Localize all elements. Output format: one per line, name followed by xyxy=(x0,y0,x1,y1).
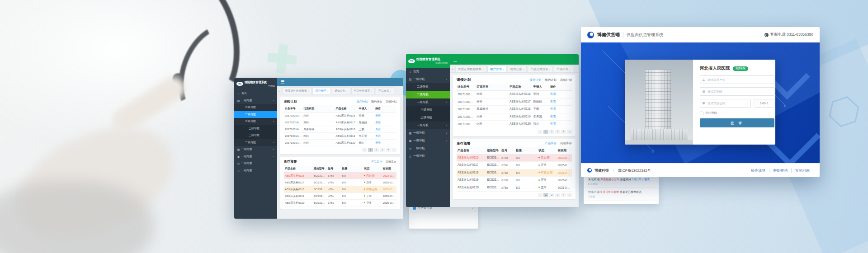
sidebar-item[interactable]: 二级导航 ∨ xyxy=(406,122,450,129)
column-header: 批号 xyxy=(500,147,515,155)
sidebar-item[interactable]: ▤ 一级导航 ∧ xyxy=(406,75,450,83)
sidebar-item[interactable]: 二级导航 xyxy=(406,91,450,98)
tab-bar: « 资质证件效期预警 用户管理 xyxy=(450,65,579,73)
page-button[interactable]: 4 xyxy=(386,148,391,152)
sidebar-item[interactable]: 二级导航 ∧ xyxy=(234,118,277,125)
stock-type-link[interactable]: 产品库存 xyxy=(545,141,557,145)
page-button[interactable]: › xyxy=(392,148,396,152)
page-button[interactable]: 3 xyxy=(555,193,560,197)
page-button[interactable]: 1 xyxy=(543,130,548,134)
tab[interactable]: 通知公告 xyxy=(332,87,350,94)
view-link[interactable]: 查看 xyxy=(549,113,572,121)
menu-toggle-icon[interactable] xyxy=(453,58,457,61)
sidebar-item[interactable]: ◎ 一级导航 xyxy=(406,145,450,152)
username-field[interactable] xyxy=(700,75,774,84)
collapse-tabs-icon[interactable]: « xyxy=(452,68,453,71)
plan-type-link[interactable]: 领用计划 xyxy=(529,78,541,82)
app-subtitle: 管理端 xyxy=(245,84,275,87)
table-row: ABS床头柜0117 BCS33型 5孔 右 o78o 8.0 正常 2025-… xyxy=(284,179,396,186)
page-button[interactable]: › xyxy=(567,130,572,134)
username-input[interactable] xyxy=(707,78,772,82)
view-link[interactable]: 查看 xyxy=(374,119,396,126)
feed-item[interactable]: 朱老师 在 凤凰精英小分队 新建项目 5月日常小需求 5 小时前 xyxy=(584,175,659,188)
sidebar-item[interactable]: △ 一级导航 xyxy=(406,152,450,160)
page-button[interactable]: 3 xyxy=(555,130,560,134)
stock-type-link[interactable]: 高值库存 xyxy=(386,160,396,164)
sidebar-item[interactable]: 二级导航 ∧ xyxy=(406,98,450,106)
tab[interactable]: 产品出库 xyxy=(554,66,573,72)
hospital-select-badge[interactable]: 请选医院 xyxy=(733,66,748,71)
page-button[interactable]: 2 xyxy=(549,193,554,197)
view-link[interactable]: 查看 xyxy=(549,91,572,98)
tab[interactable]: 资质证件效期预警 xyxy=(283,87,312,94)
sidebar-item[interactable]: 三级导航 xyxy=(406,114,450,122)
view-link[interactable]: 查看 xyxy=(549,121,572,128)
page-button[interactable]: 3 xyxy=(380,148,385,152)
remember-checkbox[interactable] xyxy=(700,112,703,115)
tab[interactable]: 用户管理 xyxy=(487,66,507,72)
plan-type-link[interactable]: 领用计划 xyxy=(357,100,368,104)
plan-type-link[interactable]: 高值计划 xyxy=(560,78,572,82)
view-link[interactable]: 查看 xyxy=(549,106,572,113)
tab[interactable]: 产品分类设置 xyxy=(528,66,553,72)
login-button[interactable]: 登 录 xyxy=(700,118,774,127)
password-input[interactable] xyxy=(707,89,772,94)
page-button[interactable]: 2 xyxy=(374,148,379,152)
page-button[interactable]: › xyxy=(567,193,572,197)
sidebar-item[interactable]: 二级导航 xyxy=(234,111,277,118)
sidebar-item[interactable]: ◎ 一级导航 xyxy=(234,160,277,167)
feed-link[interactable]: 5月日常小需求 xyxy=(632,178,650,181)
sidebar-item[interactable]: ⌂ 首页 xyxy=(234,90,277,97)
sidebar-item[interactable]: 三级导航 xyxy=(234,132,277,139)
table-row: 20171001A190 内科 ABS床头柜0119 李天翼 查看 xyxy=(284,133,396,140)
page-button[interactable]: 4 xyxy=(561,193,566,197)
tab[interactable]: 资质证件效期预警 xyxy=(455,66,486,72)
view-link[interactable]: 查看 xyxy=(374,126,396,133)
sidebar-item[interactable]: 二级导航 ∨ xyxy=(234,139,277,146)
plan-type-link[interactable]: 预约计划 xyxy=(545,78,557,82)
password-field[interactable] xyxy=(700,87,774,96)
view-link[interactable]: 查看 xyxy=(374,133,396,140)
tab[interactable]: 用户管理 xyxy=(312,87,331,94)
footer-link[interactable]: 常见问题 xyxy=(791,168,813,173)
page-button[interactable]: ‹ xyxy=(362,148,367,152)
plan-type-link[interactable]: 高值计划 xyxy=(386,100,396,104)
stock-type-link[interactable]: 高值库存 xyxy=(560,141,572,145)
captcha-field[interactable] xyxy=(700,99,751,108)
page-button[interactable]: 4 xyxy=(561,130,566,134)
sidebar-item[interactable]: ▤ 一级导航 ∧ xyxy=(234,97,277,104)
view-link[interactable]: 查看 xyxy=(374,140,396,146)
sidebar-item[interactable]: ▦ 一级导航 ∨ xyxy=(406,129,450,137)
cell-expiry: 2025-01-01 xyxy=(382,179,396,186)
sidebar-item[interactable]: ▦ 一级导航 ∨ xyxy=(234,146,277,153)
page-button[interactable]: 1 xyxy=(368,148,373,152)
page-button[interactable]: ‹ xyxy=(538,193,542,197)
captcha-question[interactable]: 6+8=? xyxy=(754,99,774,108)
tab[interactable]: 产品出库 xyxy=(376,87,394,94)
sidebar-item[interactable]: △ 一级导航 xyxy=(234,167,277,174)
sidebar-item[interactable]: 三级导航 xyxy=(406,106,450,114)
tab[interactable]: 通知公告 xyxy=(508,66,527,72)
collapse-tabs-icon[interactable]: « xyxy=(279,90,281,93)
sidebar-item[interactable]: 二级导航 xyxy=(406,83,450,91)
captcha-input[interactable] xyxy=(707,101,748,105)
sidebar-item[interactable]: 三级导航 xyxy=(234,125,277,132)
view-link[interactable]: 查看 xyxy=(549,98,572,106)
feed-link[interactable]: 凤凰精英小分队 xyxy=(600,178,619,181)
plan-type-link[interactable]: 预约计划 xyxy=(371,100,382,104)
view-link[interactable]: 查看 xyxy=(374,112,396,119)
page-button[interactable]: ‹ xyxy=(538,130,542,134)
sidebar-item[interactable]: 二级导航 xyxy=(234,104,277,111)
footer-link[interactable]: 操作说明 xyxy=(747,168,769,173)
feed-item[interactable]: 付小小 在 5 月日常小需求 更新至已发布状态 3 天前 xyxy=(584,188,659,201)
page-button[interactable]: 2 xyxy=(549,130,554,134)
sidebar-item[interactable]: ⌂ 首页 xyxy=(406,68,450,75)
sidebar-item[interactable]: ▣ 一级导航 ∨ xyxy=(234,153,277,160)
tab[interactable]: 产品分类设置 xyxy=(351,87,375,94)
feed-link[interactable]: 5 月日常小需求 xyxy=(600,191,619,193)
footer-link[interactable]: 密钥驱动 xyxy=(769,168,791,173)
menu-toggle-icon[interactable] xyxy=(281,80,284,84)
sidebar-item[interactable]: ▣ 一级导航 ∨ xyxy=(406,137,450,145)
stock-type-link[interactable]: 产品库存 xyxy=(371,160,382,164)
page-button[interactable]: 1 xyxy=(543,193,548,197)
